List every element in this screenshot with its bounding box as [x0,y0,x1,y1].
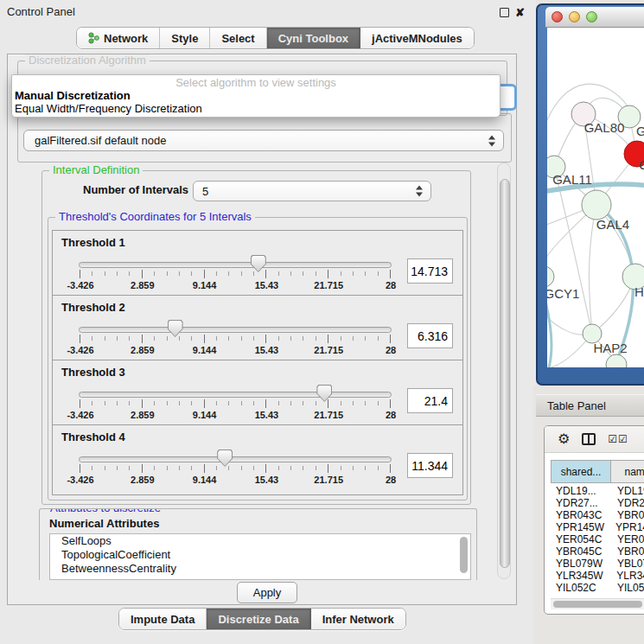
cell-name[interactable]: YIL052C [611,582,644,594]
tick-label: 21.715 [314,345,343,355]
cell-name[interactable]: YPR145W [609,521,644,533]
tick-label: 21.715 [314,410,343,420]
table-row[interactable]: YBR043CYBR043C [551,509,644,521]
table-row[interactable]: YIL052CYIL052C [551,582,644,594]
threshold-value-field[interactable]: 6.316 [407,323,453,348]
network-window-titlebar[interactable] [545,7,644,28]
slider-track[interactable] [79,327,392,333]
tick-label: 15.43 [255,280,279,290]
tick-label: 15.43 [255,345,279,355]
attribute-list-item[interactable]: SelfLoops [50,534,470,548]
cell-shared-name[interactable]: YBR045C [551,545,611,558]
split-view-icon[interactable] [582,433,596,445]
table-row[interactable]: YBR045CYBR045C [551,545,644,558]
tab-select[interactable]: Select [210,28,266,48]
attribute-list-item[interactable]: TopologicalCoefficient [50,548,470,562]
main-scrollbar-thumb[interactable] [500,179,510,568]
dropdown-option-manual-discretization[interactable]: Manual Discretization [12,89,500,102]
spinner-arrows-icon [416,186,423,197]
cell-shared-name[interactable]: YDR27... [551,497,611,509]
cell-shared-name[interactable]: YIL052C [551,582,611,594]
tab-style[interactable]: Style [160,28,210,48]
gear-icon[interactable]: ⚙ [558,432,570,446]
slider-track[interactable] [79,392,392,398]
column-header-name[interactable]: name [611,461,644,482]
network-canvas[interactable]: GAL80 G C GAL11 GAL4 GCY1 H HAP2 [547,28,644,367]
minimize-traffic-light[interactable] [569,11,580,22]
tick-label: 2.859 [131,410,155,420]
threshold-value-field[interactable]: 11.344 [407,453,453,478]
threshold-2-panel: Threshold 2 -3.4262.8599.14415.4321.7152… [52,295,463,360]
tab-discretize-data[interactable]: Discretize Data [207,609,310,629]
slider-tick-labels: -3.4262.8599.14415.4321.71528 [79,410,391,421]
column-header-shared-name[interactable]: shared... [552,461,611,482]
table-row[interactable]: YDR27...YDR27... [551,497,644,509]
table-data-combobox[interactable]: galFiltered.sif default node [23,130,504,151]
table-body: YDL19...YDL19...YDR27...YDR27...YBR043CY… [551,485,644,599]
slider-track[interactable] [79,262,392,268]
table-toolbar: ⚙ ☑☑ [545,426,644,453]
tick-label: 28 [386,410,396,420]
tab-label: Impute Data [131,613,194,626]
tick-label: 15.43 [255,475,279,485]
table-row[interactable]: YER054CYER054C [551,533,644,545]
network-view-window[interactable]: GAL80 G C GAL11 GAL4 GCY1 H HAP2 [536,3,644,386]
group-title: Interval Definition [49,164,143,176]
table-horizontal-scrollbar[interactable] [551,598,644,609]
table-horizontal-scrollbar-thumb[interactable] [553,601,642,608]
main-scrollbar[interactable] [497,163,511,579]
thresholds-group: Threshold's Coordinates for 5 Intervals … [48,217,468,501]
tab-label: Cyni Toolbox [278,32,348,45]
numerical-attributes-list[interactable]: SelfLoopsTopologicalCoefficientBetweenne… [49,533,471,580]
network-nodes[interactable] [547,102,644,367]
cell-name[interactable]: YBR045C [611,545,644,558]
table-row[interactable]: YLR345WYLR345W [551,570,644,582]
threshold-1-panel: Threshold 1 -3.4262.8599.14415.4321.7152… [52,230,463,296]
tab-infer-network[interactable]: Infer Network [311,609,405,629]
screen: { "window": { "title": "Control Panel" }… [0,0,644,644]
threshold-value-field[interactable]: 21.4 [407,388,453,413]
cell-name[interactable]: YBR043C [611,509,644,521]
table-row[interactable]: YDL19...YDL19... [551,485,644,497]
attribute-list-item[interactable]: BetweennessCentrality [50,562,470,576]
tick-label: 2.859 [131,280,155,290]
cell-name[interactable]: YBL079W [611,558,644,570]
cell-shared-name[interactable]: YBL079W [551,558,611,570]
tab-cyni-toolbox[interactable]: Cyni Toolbox [267,28,360,48]
cell-shared-name[interactable]: YDL19... [551,485,611,497]
group-title: Attributes to discretize [47,508,164,514]
cell-shared-name[interactable]: YBR043C [551,509,611,521]
table-row[interactable]: YBL079WYBL079W [551,558,644,570]
zoom-traffic-light[interactable] [586,11,597,22]
tab-jactivemnodules[interactable]: jActiveMNodules [360,28,474,48]
threshold-4-panel: Threshold 4 -3.4262.8599.14415.4321.7152… [52,424,463,495]
slider-track[interactable] [79,456,392,462]
tick-label: -3.426 [67,475,93,485]
slider-ticks [79,399,391,409]
table-row[interactable]: YPR145WYPR145W [551,521,644,533]
tab-label: jActiveMNodules [372,32,462,45]
cell-shared-name[interactable]: YER054C [551,533,611,545]
group-title: Discretization Algorithm [25,54,150,67]
dropdown-option-equal-width[interactable]: Equal Width/Frequency Discretization [12,102,500,115]
cell-name[interactable]: YDR27... [611,497,644,509]
threshold-value-field[interactable]: 14.713 [407,258,453,284]
tab-label: Select [221,32,254,45]
number-of-intervals-spinner[interactable]: 5 [193,181,431,201]
apply-button[interactable]: Apply [237,582,297,603]
threshold-label: Threshold 3 [61,366,125,379]
cell-shared-name[interactable]: YLR345W [551,570,610,582]
close-icon[interactable]: ✘ [512,3,528,22]
cell-shared-name[interactable]: YPR145W [551,521,609,533]
cell-name[interactable]: YLR345W [610,570,644,582]
list-scrollbar-thumb[interactable] [460,537,468,573]
tab-impute-data[interactable]: Impute Data [119,609,207,629]
cell-name[interactable]: YER054C [611,533,644,545]
tick-label: 28 [386,345,396,355]
slider-ticks [79,335,391,344]
cell-name[interactable]: YDL19... [611,485,644,497]
tab-network[interactable]: Network [77,28,160,48]
float-panel-icon[interactable] [500,8,509,17]
close-traffic-light[interactable] [552,11,563,22]
checkbox-icons[interactable]: ☑☑ [608,433,628,445]
